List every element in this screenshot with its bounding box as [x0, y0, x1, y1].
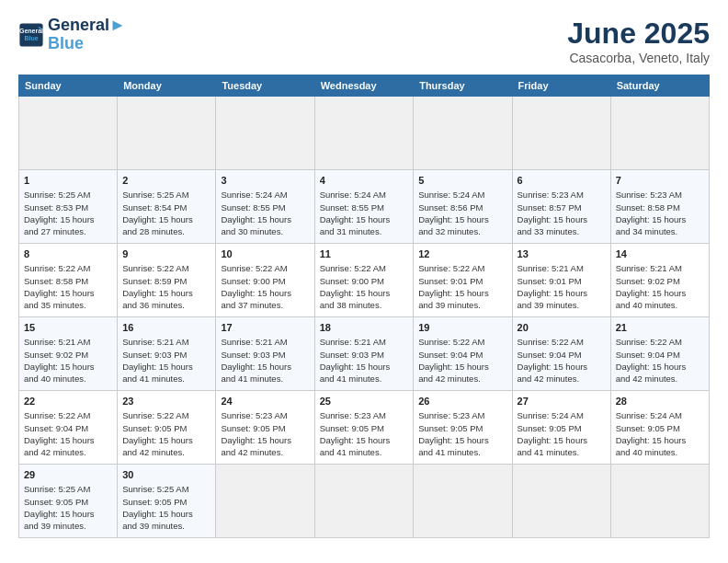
day-number: 11: [320, 247, 409, 261]
table-row: 19Sunrise: 5:22 AMSunset: 9:04 PMDayligh…: [414, 317, 512, 391]
table-row: 14Sunrise: 5:21 AMSunset: 9:02 PMDayligh…: [610, 244, 709, 317]
day-info: Sunrise: 5:22 AMSunset: 9:01 PMDaylight:…: [418, 263, 489, 310]
day-number: 28: [616, 395, 704, 408]
day-info: Sunrise: 5:23 AMSunset: 9:05 PMDaylight:…: [221, 410, 291, 457]
table-row: 3Sunrise: 5:24 AMSunset: 8:55 PMDaylight…: [216, 170, 314, 244]
day-info: Sunrise: 5:25 AMSunset: 9:05 PMDaylight:…: [24, 484, 95, 531]
calendar-title: June 2025: [567, 17, 710, 51]
day-info: Sunrise: 5:22 AMSunset: 9:04 PMDaylight:…: [24, 410, 95, 457]
day-info: Sunrise: 5:22 AMSunset: 9:04 PMDaylight:…: [518, 337, 588, 384]
day-number: 1: [24, 174, 112, 188]
day-number: 12: [418, 247, 506, 261]
day-info: Sunrise: 5:23 AMSunset: 8:57 PMDaylight:…: [518, 190, 588, 236]
day-info: Sunrise: 5:21 AMSunset: 9:03 PMDaylight:…: [122, 337, 193, 384]
calendar-week-row: 29Sunrise: 5:25 AMSunset: 9:05 PMDayligh…: [19, 465, 710, 538]
logo-icon: General Blue: [18, 22, 44, 48]
header-friday: Friday: [512, 75, 610, 97]
header: General Blue General►Blue June 2025 Casa…: [18, 17, 710, 65]
table-row: 23Sunrise: 5:22 AMSunset: 9:05 PMDayligh…: [118, 391, 216, 465]
table-row: 29Sunrise: 5:25 AMSunset: 9:05 PMDayligh…: [19, 465, 118, 538]
day-info: Sunrise: 5:22 AMSunset: 9:04 PMDaylight:…: [616, 337, 687, 384]
table-row: 9Sunrise: 5:22 AMSunset: 8:59 PMDaylight…: [118, 244, 216, 317]
header-saturday: Saturday: [610, 75, 709, 97]
day-number: 10: [221, 247, 309, 261]
day-info: Sunrise: 5:25 AMSunset: 8:53 PMDaylight:…: [24, 190, 95, 236]
day-info: Sunrise: 5:23 AMSunset: 9:05 PMDaylight:…: [320, 410, 391, 457]
table-row: 7Sunrise: 5:23 AMSunset: 8:58 PMDaylight…: [610, 170, 709, 244]
day-number: 3: [221, 174, 309, 188]
day-number: 30: [122, 468, 210, 482]
title-block: June 2025 Casacorba, Veneto, Italy: [567, 17, 710, 65]
table-row: 15Sunrise: 5:21 AMSunset: 9:02 PMDayligh…: [19, 317, 118, 391]
day-info: Sunrise: 5:22 AMSunset: 9:04 PMDaylight:…: [418, 337, 489, 384]
table-row: 24Sunrise: 5:23 AMSunset: 9:05 PMDayligh…: [216, 391, 314, 465]
day-number: 8: [24, 247, 112, 261]
header-sunday: Sunday: [19, 75, 118, 97]
table-row: 20Sunrise: 5:22 AMSunset: 9:04 PMDayligh…: [512, 317, 610, 391]
day-number: 25: [320, 395, 409, 408]
logo-text: General►Blue: [48, 17, 126, 53]
calendar-week-row: [19, 97, 710, 170]
header-thursday: Thursday: [414, 75, 512, 97]
day-number: 16: [122, 321, 210, 335]
calendar-week-row: 8Sunrise: 5:22 AMSunset: 8:58 PMDaylight…: [19, 244, 710, 317]
logo: General Blue General►Blue: [18, 17, 126, 53]
day-number: 7: [616, 174, 704, 188]
day-info: Sunrise: 5:24 AMSunset: 8:55 PMDaylight:…: [221, 190, 291, 236]
table-row: 25Sunrise: 5:23 AMSunset: 9:05 PMDayligh…: [314, 391, 414, 465]
day-number: 17: [221, 321, 309, 335]
table-row: 1Sunrise: 5:25 AMSunset: 8:53 PMDaylight…: [19, 170, 118, 244]
header-monday: Monday: [118, 75, 216, 97]
table-row: [314, 97, 414, 170]
day-info: Sunrise: 5:21 AMSunset: 9:03 PMDaylight:…: [320, 337, 391, 384]
table-row: [414, 97, 512, 170]
day-info: Sunrise: 5:24 AMSunset: 8:56 PMDaylight:…: [418, 190, 489, 236]
table-row: 5Sunrise: 5:24 AMSunset: 8:56 PMDaylight…: [414, 170, 512, 244]
calendar-week-row: 22Sunrise: 5:22 AMSunset: 9:04 PMDayligh…: [19, 391, 710, 465]
table-row: 13Sunrise: 5:21 AMSunset: 9:01 PMDayligh…: [512, 244, 610, 317]
day-info: Sunrise: 5:21 AMSunset: 9:02 PMDaylight:…: [616, 263, 687, 310]
day-number: 15: [24, 321, 112, 335]
table-row: 8Sunrise: 5:22 AMSunset: 8:58 PMDaylight…: [19, 244, 118, 317]
table-row: 2Sunrise: 5:25 AMSunset: 8:54 PMDaylight…: [118, 170, 216, 244]
table-row: 6Sunrise: 5:23 AMSunset: 8:57 PMDaylight…: [512, 170, 610, 244]
table-row: [216, 97, 314, 170]
table-row: [610, 465, 709, 538]
day-info: Sunrise: 5:21 AMSunset: 9:03 PMDaylight:…: [221, 337, 291, 384]
calendar-week-row: 15Sunrise: 5:21 AMSunset: 9:02 PMDayligh…: [19, 317, 710, 391]
header-wednesday: Wednesday: [314, 75, 414, 97]
table-row: [512, 465, 610, 538]
day-info: Sunrise: 5:21 AMSunset: 9:01 PMDaylight:…: [518, 263, 588, 310]
day-info: Sunrise: 5:24 AMSunset: 9:05 PMDaylight:…: [518, 410, 588, 457]
day-info: Sunrise: 5:22 AMSunset: 9:00 PMDaylight:…: [221, 263, 291, 310]
table-row: 30Sunrise: 5:25 AMSunset: 9:05 PMDayligh…: [118, 465, 216, 538]
table-row: [512, 97, 610, 170]
day-number: 9: [122, 247, 210, 261]
day-info: Sunrise: 5:23 AMSunset: 9:05 PMDaylight:…: [418, 410, 489, 457]
header-tuesday: Tuesday: [216, 75, 314, 97]
day-number: 19: [418, 321, 506, 335]
table-row: [118, 97, 216, 170]
table-row: 21Sunrise: 5:22 AMSunset: 9:04 PMDayligh…: [610, 317, 709, 391]
day-info: Sunrise: 5:22 AMSunset: 8:59 PMDaylight:…: [122, 263, 193, 310]
calendar-week-row: 1Sunrise: 5:25 AMSunset: 8:53 PMDaylight…: [19, 170, 710, 244]
day-number: 18: [320, 321, 409, 335]
table-row: [216, 465, 314, 538]
table-row: [19, 97, 118, 170]
table-row: 18Sunrise: 5:21 AMSunset: 9:03 PMDayligh…: [314, 317, 414, 391]
table-row: 27Sunrise: 5:24 AMSunset: 9:05 PMDayligh…: [512, 391, 610, 465]
table-row: 4Sunrise: 5:24 AMSunset: 8:55 PMDaylight…: [314, 170, 414, 244]
page: General Blue General►Blue June 2025 Casa…: [0, 0, 728, 563]
day-number: 5: [418, 174, 506, 188]
day-number: 26: [418, 395, 506, 408]
day-number: 29: [24, 468, 112, 482]
table-row: 26Sunrise: 5:23 AMSunset: 9:05 PMDayligh…: [414, 391, 512, 465]
day-number: 14: [616, 247, 704, 261]
day-number: 20: [518, 321, 606, 335]
calendar-header-row: Sunday Monday Tuesday Wednesday Thursday…: [19, 75, 710, 97]
day-info: Sunrise: 5:23 AMSunset: 8:58 PMDaylight:…: [616, 190, 687, 236]
day-info: Sunrise: 5:24 AMSunset: 9:05 PMDaylight:…: [616, 410, 687, 457]
day-number: 22: [24, 395, 112, 408]
table-row: [314, 465, 414, 538]
day-number: 24: [221, 395, 309, 408]
